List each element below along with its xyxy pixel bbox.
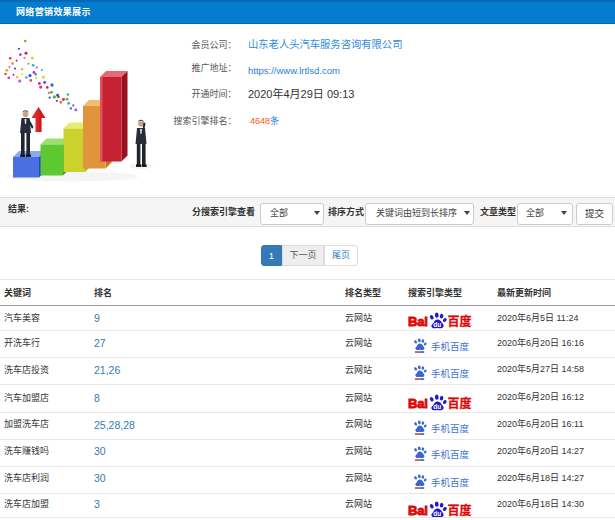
svg-text:Bai: Bai bbox=[408, 396, 428, 411]
svg-text:du: du bbox=[433, 320, 441, 327]
svg-text:手机百度: 手机百度 bbox=[431, 474, 470, 488]
svg-text:手机百度: 手机百度 bbox=[431, 421, 470, 435]
svg-text:手机百度: 手机百度 bbox=[431, 447, 470, 461]
svg-text:Bai: Bai bbox=[408, 502, 428, 517]
svg-text:du: du bbox=[433, 509, 441, 516]
svg-text:Bai: Bai bbox=[408, 313, 428, 328]
svg-text:du: du bbox=[433, 403, 441, 410]
svg-text:手机百度: 手机百度 bbox=[431, 366, 470, 380]
svg-text:百度: 百度 bbox=[448, 501, 472, 518]
svg-text:百度: 百度 bbox=[448, 312, 472, 329]
svg-text:手机百度: 手机百度 bbox=[431, 339, 470, 353]
svg-text:百度: 百度 bbox=[448, 394, 472, 411]
